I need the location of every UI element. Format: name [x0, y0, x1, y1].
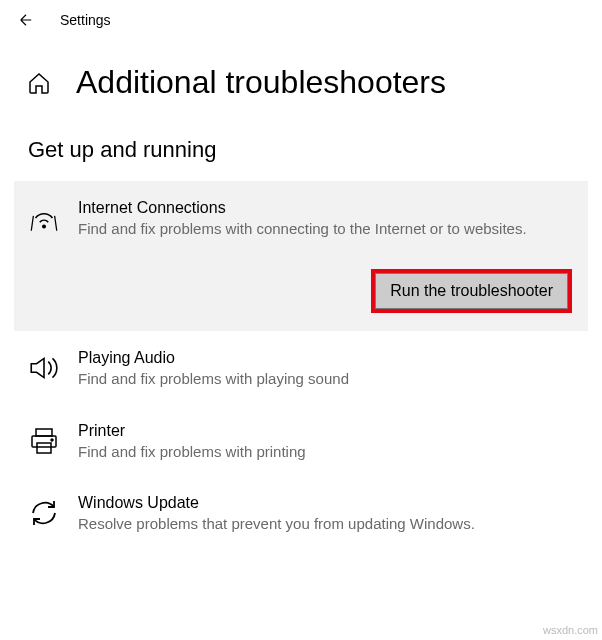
wifi-icon — [26, 199, 62, 235]
home-icon[interactable] — [26, 70, 52, 96]
item-title: Internet Connections — [78, 199, 576, 217]
troubleshooter-internet-connections[interactable]: Internet Connections Find and fix proble… — [14, 181, 588, 331]
back-button[interactable] — [16, 10, 36, 30]
refresh-icon — [26, 494, 62, 530]
page-title: Additional troubleshooters — [76, 64, 446, 101]
speaker-icon — [26, 349, 62, 385]
item-desc: Find and fix problems with connecting to… — [78, 219, 576, 239]
svg-rect-3 — [37, 443, 51, 453]
troubleshooter-windows-update[interactable]: Windows Update Resolve problems that pre… — [14, 476, 588, 548]
item-title: Printer — [78, 422, 576, 440]
svg-point-4 — [51, 439, 53, 441]
app-title: Settings — [60, 12, 111, 28]
page-header: Additional troubleshooters — [0, 40, 602, 109]
troubleshooter-list: Internet Connections Find and fix proble… — [0, 181, 602, 548]
item-desc: Find and fix problems with playing sound — [78, 369, 576, 389]
item-desc: Resolve problems that prevent you from u… — [78, 514, 576, 534]
item-desc: Find and fix problems with printing — [78, 442, 576, 462]
title-bar: Settings — [0, 0, 602, 40]
item-title: Playing Audio — [78, 349, 576, 367]
svg-point-0 — [43, 225, 46, 228]
troubleshooter-playing-audio[interactable]: Playing Audio Find and fix problems with… — [14, 331, 588, 403]
svg-rect-1 — [36, 429, 52, 436]
printer-icon — [26, 422, 62, 458]
highlight-box: Run the troubleshooter — [371, 269, 572, 313]
run-troubleshooter-button[interactable]: Run the troubleshooter — [375, 273, 568, 309]
item-title: Windows Update — [78, 494, 576, 512]
troubleshooter-printer[interactable]: Printer Find and fix problems with print… — [14, 404, 588, 476]
section-heading: Get up and running — [0, 109, 602, 181]
watermark: wsxdn.com — [543, 624, 598, 636]
